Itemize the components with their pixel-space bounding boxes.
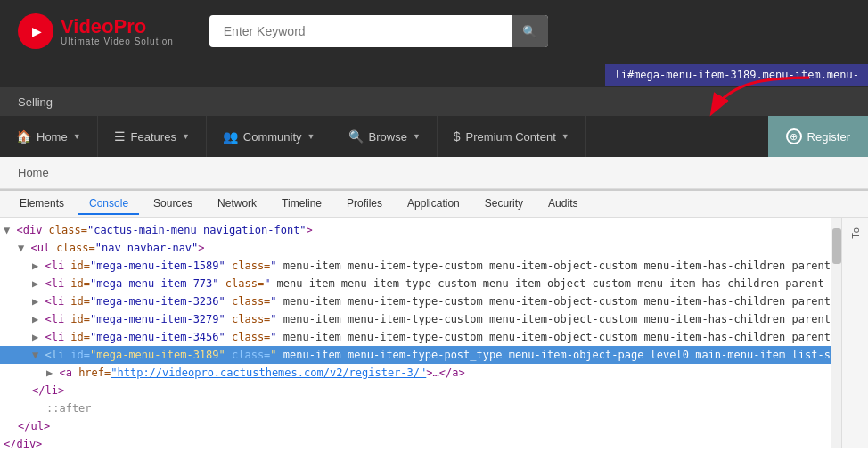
chevron-down-icon: ▼	[182, 132, 190, 141]
chevron-down-icon: ▼	[413, 132, 421, 141]
chevron-down-icon: ▼	[561, 132, 569, 141]
dom-line-highlighted: ▼ <li id="mega-menu-item-3189" class=" m…	[0, 346, 831, 364]
devtools-body: ▼ <div class="cactus-main-menu navigatio…	[0, 218, 868, 448]
logo-main: VideoPro	[61, 17, 174, 37]
toggle-icon[interactable]: ▶	[0, 311, 45, 327]
side-label: To	[850, 226, 861, 239]
scrollbar-thumb[interactable]	[832, 228, 841, 264]
register-icon: ⊕	[786, 128, 802, 144]
features-icon: ☰	[114, 129, 126, 144]
tooltip-box: li#mega-menu-item-3189.menu-item.menu-	[605, 64, 868, 86]
dom-line: ▶ <li id="mega-menu-item-1589" class=" m…	[0, 257, 831, 275]
search-box: 🔍	[209, 15, 548, 47]
premium-icon: $	[454, 129, 461, 144]
nav-item-home[interactable]: 🏠 Home ▼	[0, 116, 98, 157]
dom-line: </ul>	[0, 417, 831, 435]
browse-icon: 🔍	[348, 129, 364, 144]
chevron-down-icon: ▼	[307, 132, 315, 141]
nav-item-browse[interactable]: 🔍 Browse ▼	[332, 116, 438, 157]
toggle-icon[interactable]: ▶	[0, 258, 45, 274]
tab-audits[interactable]: Audits	[537, 193, 588, 215]
nav-label-home: Home	[37, 130, 68, 144]
nav-label-features: Features	[131, 130, 176, 144]
nav-item-register[interactable]: ⊕ Register	[768, 116, 868, 157]
nav-item-premium[interactable]: $ Premium Content ▼	[438, 116, 586, 157]
tooltip-bar: li#mega-menu-item-3189.menu-item.menu-	[0, 62, 868, 87]
devtools-side-panel: To	[841, 218, 868, 448]
dom-line: </li>	[0, 382, 831, 399]
dom-line: ▶ <a href="http://videopro.cactusthemes.…	[0, 364, 831, 382]
toggle-icon[interactable]: ▶	[0, 365, 59, 381]
tab-timeline[interactable]: Timeline	[271, 193, 332, 215]
devtools-panel: Elements Console Sources Network Timelin…	[0, 189, 868, 448]
scrollbar[interactable]	[831, 218, 841, 448]
home-icon: 🏠	[16, 129, 31, 144]
nav-item-features[interactable]: ☰ Features ▼	[98, 116, 207, 157]
breadcrumb: Home	[0, 157, 868, 189]
chevron-down-icon: ▼	[73, 132, 81, 141]
tab-security[interactable]: Security	[474, 193, 534, 215]
dom-line: ▼ <div class="cactus-main-menu navigatio…	[0, 221, 831, 239]
toggle-icon[interactable]: ▼	[0, 240, 30, 256]
tab-sources[interactable]: Sources	[143, 193, 203, 215]
devtools-tabs: Elements Console Sources Network Timelin…	[0, 191, 868, 218]
nav-label-premium: Premium Content	[466, 130, 556, 144]
logo: VideoPro Ultimate Video Solution	[18, 13, 174, 49]
search-input[interactable]	[209, 15, 548, 47]
selling-bar: Selling	[0, 87, 868, 116]
dom-line: </div>	[0, 435, 831, 448]
nav-item-community[interactable]: 👥 Community ▼	[207, 116, 332, 157]
dom-line: ▶ <li id="mega-menu-item-3236" class=" m…	[0, 292, 831, 310]
top-bar: VideoPro Ultimate Video Solution 🔍	[0, 0, 868, 62]
dom-line: ▶ <li id="mega-menu-item-3456" class=" m…	[0, 328, 831, 346]
breadcrumb-home: Home	[18, 166, 49, 179]
dom-line: ▼ <ul class="nav navbar-nav">	[0, 239, 831, 257]
dom-line: ::after	[0, 399, 831, 417]
devtools-main[interactable]: ▼ <div class="cactus-main-menu navigatio…	[0, 218, 831, 448]
logo-icon	[18, 13, 53, 49]
toggle-icon[interactable]: ▼	[0, 347, 45, 363]
register-label: Register	[807, 130, 850, 144]
tab-network[interactable]: Network	[207, 193, 267, 215]
tab-profiles[interactable]: Profiles	[336, 193, 393, 215]
tab-console[interactable]: Console	[78, 193, 139, 215]
search-button[interactable]: 🔍	[512, 15, 548, 47]
dom-line: ▶ <li id="mega-menu-item-773" class=" me…	[0, 275, 831, 292]
tab-elements[interactable]: Elements	[9, 193, 75, 215]
nav-label-community: Community	[243, 130, 302, 144]
nav-bar: 🏠 Home ▼ ☰ Features ▼ 👥 Community ▼ 🔍 Br…	[0, 116, 868, 157]
community-icon: 👥	[223, 129, 238, 144]
toggle-icon[interactable]: ▶	[0, 293, 45, 309]
toggle-icon[interactable]: ▼	[0, 222, 16, 238]
toggle-icon[interactable]: ▶	[0, 276, 45, 292]
logo-text: VideoPro Ultimate Video Solution	[61, 17, 174, 46]
tab-application[interactable]: Application	[397, 193, 471, 215]
nav-label-browse: Browse	[369, 130, 407, 144]
toggle-icon[interactable]: ▶	[0, 329, 45, 345]
logo-sub: Ultimate Video Solution	[61, 37, 174, 46]
dom-line: ▶ <li id="mega-menu-item-3279" class=" m…	[0, 310, 831, 328]
selling-text: Selling	[18, 95, 53, 109]
